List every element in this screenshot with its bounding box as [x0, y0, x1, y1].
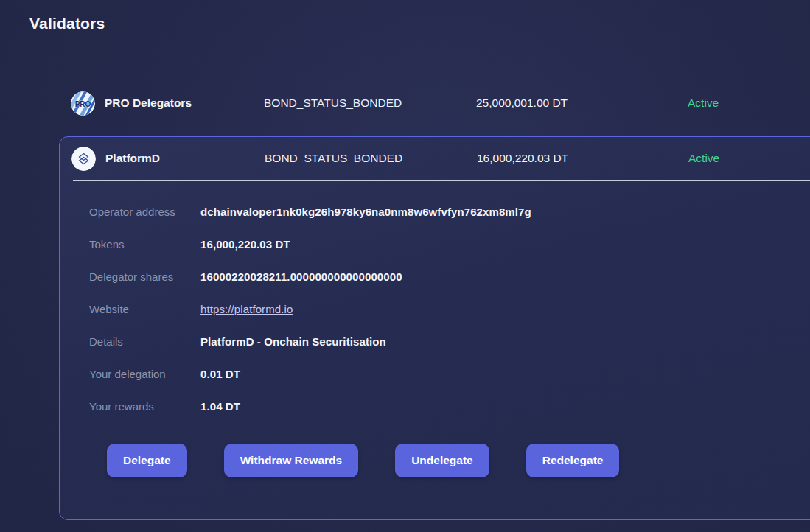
detail-label: Your delegation: [89, 368, 200, 380]
detail-row-your-delegation: Your delegation 0.01 DT: [89, 357, 810, 390]
pro-delegators-avatar: PRO: [71, 91, 95, 116]
bond-status: BOND_STATUS_BONDED: [265, 152, 477, 165]
tokens-value: 16,000,220.03 DT: [200, 238, 290, 251]
operator-address-value: dchainvaloper1nk0kg26h978ky6na0nm8w6wfvf…: [200, 206, 531, 218]
svg-text:PRO: PRO: [75, 99, 91, 108]
validator-name: PRO Delegators: [105, 97, 192, 110]
detail-label: Delegator shares: [89, 270, 200, 283]
withdraw-rewards-button[interactable]: Withdraw Rewards: [224, 444, 359, 477]
detail-row-tokens: Tokens 16,000,220.03 DT: [89, 228, 810, 260]
detail-label: Website: [89, 303, 200, 315]
details-value: PlatformD - Onchain Securitisation: [200, 335, 386, 348]
detail-row-your-rewards: Your rewards 1.04 DT: [89, 390, 810, 422]
validator-details: Operator address dchainvaloper1nk0kg26h9…: [60, 181, 810, 422]
validator-row-pro-delegators[interactable]: PRO PRO Delegators BOND_STATUS_BONDED 25…: [59, 83, 810, 124]
validator-name-cell: PRO PRO Delegators: [71, 91, 264, 116]
validator-tokens: 25,000,001.00 DT: [476, 97, 688, 110]
website-link[interactable]: https://platformd.io: [200, 303, 293, 315]
your-delegation-value: 0.01 DT: [200, 368, 240, 380]
detail-row-details: Details PlatformD - Onchain Securitisati…: [89, 325, 810, 357]
detail-label: Your rewards: [89, 400, 200, 413]
redelegate-button[interactable]: Redelegate: [526, 444, 620, 477]
expanded-validator-card: PlatformD BOND_STATUS_BONDED 16,000,220.…: [59, 136, 810, 520]
validator-actions: Delegate Withdraw Rewards Undelegate Red…: [60, 444, 810, 477]
validator-tokens: 16,000,220.03 DT: [477, 152, 688, 165]
detail-label: Tokens: [89, 238, 200, 251]
detail-label: Details: [89, 335, 200, 348]
platformd-avatar: [71, 147, 96, 171]
your-rewards-value: 1.04 DT: [200, 400, 240, 413]
delegator-shares-value: 16000220028211.000000000000000000: [200, 270, 402, 283]
detail-label: Operator address: [89, 206, 200, 218]
validator-name: PlatformD: [105, 152, 160, 165]
bond-status: BOND_STATUS_BONDED: [264, 97, 476, 110]
detail-row-delegator-shares: Delegator shares 16000220028211.00000000…: [89, 260, 810, 293]
undelegate-button[interactable]: Undelegate: [395, 444, 489, 477]
page-title: Validators: [29, 15, 105, 32]
delegate-button[interactable]: Delegate: [107, 444, 187, 477]
status-badge: Active: [688, 97, 810, 110]
status-badge: Active: [688, 152, 810, 165]
detail-row-website: Website https://platformd.io: [89, 293, 810, 325]
validator-name-cell: PlatformD: [71, 147, 265, 171]
validator-row-platformd[interactable]: PlatformD BOND_STATUS_BONDED 16,000,220.…: [60, 137, 810, 180]
detail-row-operator-address: Operator address dchainvaloper1nk0kg26h9…: [89, 195, 810, 228]
